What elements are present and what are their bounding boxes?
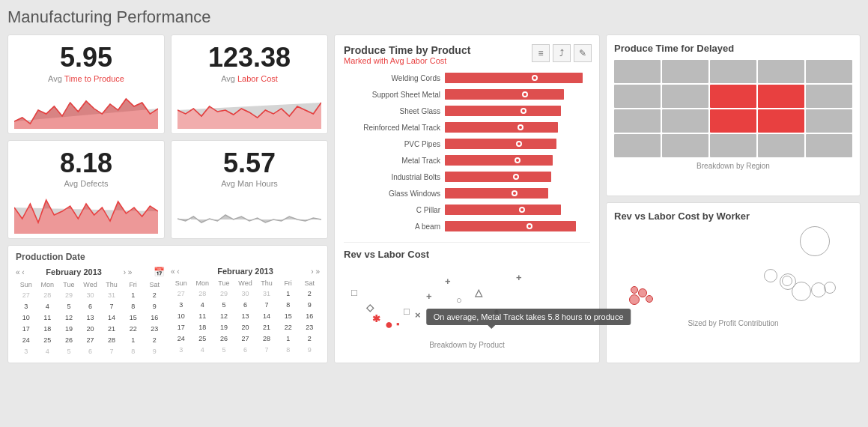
calendar-day[interactable]: 1	[123, 335, 144, 345]
calendar-day[interactable]: 30	[235, 288, 256, 299]
calendar-day[interactable]: 9	[299, 345, 320, 355]
calendar-day[interactable]: 18	[192, 322, 213, 333]
chart-legend-button[interactable]: ≡	[532, 44, 550, 62]
chart-expand-button[interactable]: ⤴	[553, 44, 571, 62]
calendar-day[interactable]: 8	[278, 300, 299, 310]
calendar-day[interactable]: 27	[235, 333, 256, 344]
calendar-day[interactable]: 29	[58, 290, 79, 300]
calendar-day[interactable]: 18	[37, 324, 58, 334]
calendar-day[interactable]: 21	[101, 324, 122, 334]
calendar-next-button[interactable]: › »	[124, 268, 133, 276]
calendar-day[interactable]: 4	[37, 346, 58, 357]
calendar-day[interactable]: 27	[80, 335, 101, 345]
bar-chart-tooltip: On average, Metal Track takes 5.8 hours …	[426, 309, 631, 325]
calendar-day[interactable]: 1	[123, 290, 144, 300]
calendar-day[interactable]: 6	[235, 345, 256, 355]
calendar-day[interactable]: 25	[37, 335, 58, 345]
calendar-day[interactable]: 23	[299, 322, 320, 333]
calendar-day[interactable]: 3	[171, 300, 192, 310]
calendar-day[interactable]: 7	[101, 346, 122, 357]
calendar-day[interactable]: 9	[144, 346, 165, 357]
calendar-day[interactable]: 31	[101, 290, 122, 300]
calendar-day[interactable]: 27	[171, 288, 192, 299]
produce-time-delayed-label: Breakdown by Region	[614, 162, 852, 170]
calendar-day[interactable]: 3	[171, 345, 192, 355]
calendar-day[interactable]: 10	[16, 312, 37, 323]
calendar-day[interactable]: 14	[101, 312, 122, 323]
scatter-circle-red	[629, 294, 640, 305]
calendar-day[interactable]: 7	[101, 301, 122, 312]
calendar-day[interactable]: 21	[256, 322, 277, 333]
calendar-day[interactable]: 27	[16, 290, 37, 300]
calendar-day[interactable]: 25	[192, 333, 213, 344]
calendar-day[interactable]: 28	[37, 290, 58, 300]
calendar-day[interactable]: 8	[278, 345, 299, 355]
calendar-day[interactable]: 7	[256, 345, 277, 355]
calendar-day[interactable]: 8	[123, 301, 144, 312]
calendar-day[interactable]: 1	[278, 288, 299, 299]
calendar-day[interactable]: 7	[256, 300, 277, 310]
calendar-prev-button[interactable]: « ‹	[16, 268, 25, 276]
calendar-day[interactable]: 2	[144, 335, 165, 345]
calendar-day[interactable]: 13	[80, 312, 101, 323]
calendar-day[interactable]: 3	[16, 301, 37, 312]
heatmap-cell	[806, 60, 852, 83]
calendar-day[interactable]: 26	[213, 333, 234, 344]
calendar-day[interactable]: 2	[144, 290, 165, 300]
calendar-day[interactable]: 15	[123, 312, 144, 323]
calendar-prev-button[interactable]: « ‹	[171, 267, 180, 276]
calendar-day[interactable]: 1	[278, 333, 299, 344]
chart-edit-button[interactable]: ✎	[574, 44, 592, 62]
calendar-day[interactable]: 15	[278, 311, 299, 321]
kpi-value-avg-labor: 123.38	[208, 43, 291, 73]
calendar-day[interactable]: 14	[256, 311, 277, 321]
calendar-day[interactable]: 17	[16, 324, 37, 334]
calendar-day[interactable]: 30	[80, 290, 101, 300]
calendar-day[interactable]: 6	[80, 346, 101, 357]
calendar-day[interactable]: 8	[123, 346, 144, 357]
calendar-day[interactable]: 20	[80, 324, 101, 334]
calendar-day[interactable]: 3	[16, 346, 37, 357]
calendar-day[interactable]: 22	[278, 322, 299, 333]
calendar-day[interactable]: 2	[299, 333, 320, 344]
calendar-day[interactable]: 28	[256, 333, 277, 344]
calendar-day[interactable]: 19	[58, 324, 79, 334]
calendar-day[interactable]: 4	[192, 345, 213, 355]
calendar-day[interactable]: 9	[144, 301, 165, 312]
calendar-day[interactable]: 17	[171, 322, 192, 333]
calendar-next-button[interactable]: › »	[311, 267, 320, 276]
calendar-day[interactable]: 11	[192, 311, 213, 321]
calendar-day[interactable]: 16	[144, 312, 165, 323]
calendar-icon[interactable]: 📅	[154, 267, 165, 277]
calendar-day[interactable]: 4	[192, 300, 213, 310]
calendar-day[interactable]: 22	[123, 324, 144, 334]
kpi-value-avg-manhours: 5.57	[223, 148, 276, 178]
calendar-day[interactable]: 9	[299, 300, 320, 310]
calendar-day[interactable]: 12	[58, 312, 79, 323]
calendar-day[interactable]: 5	[58, 301, 79, 312]
calendar-day[interactable]: 5	[213, 300, 234, 310]
calendar-day[interactable]: 31	[256, 288, 277, 299]
calendar-day[interactable]: 19	[213, 322, 234, 333]
calendar-1: « ‹February 2013› »SunMonTueWedThuFriSat…	[171, 267, 320, 357]
calendar-day[interactable]: 12	[213, 311, 234, 321]
calendar-day[interactable]: 11	[37, 312, 58, 323]
calendar-day[interactable]: 20	[235, 322, 256, 333]
calendar-day[interactable]: 5	[213, 345, 234, 355]
calendar-day[interactable]: 24	[16, 335, 37, 345]
calendar-day[interactable]: 4	[37, 301, 58, 312]
calendar-day[interactable]: 29	[213, 288, 234, 299]
calendar-day[interactable]: 26	[58, 335, 79, 345]
calendar-day[interactable]: 23	[144, 324, 165, 334]
calendar-day[interactable]: 10	[171, 311, 192, 321]
calendar-day[interactable]: 28	[101, 335, 122, 345]
calendar-day[interactable]: 13	[235, 311, 256, 321]
calendar-day[interactable]: 6	[235, 300, 256, 310]
calendar-day[interactable]: 16	[299, 311, 320, 321]
calendar-day[interactable]: 24	[171, 333, 192, 344]
calendar-day[interactable]: 2	[299, 288, 320, 299]
scatter-shape: +	[445, 276, 451, 287]
calendar-day[interactable]: 6	[80, 301, 101, 312]
calendar-day[interactable]: 5	[58, 346, 79, 357]
calendar-day[interactable]: 28	[192, 288, 213, 299]
